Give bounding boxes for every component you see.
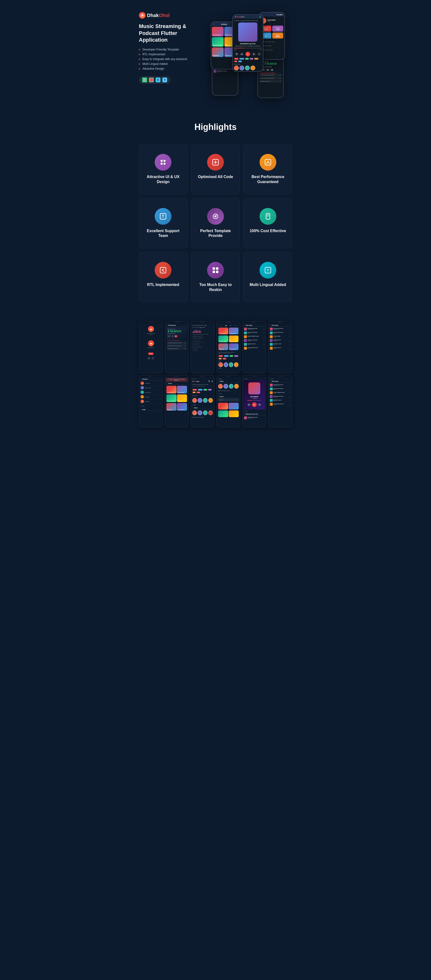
- ac-prev[interactable]: ⏮: [247, 403, 251, 406]
- sa-artist-2[interactable]: [229, 403, 239, 409]
- ss-album-4[interactable]: [234, 362, 238, 367]
- ts2-more-2[interactable]: ⋮: [289, 388, 291, 390]
- ss9-album-2[interactable]: [198, 398, 202, 403]
- ss6-more-6[interactable]: ⋮: [289, 347, 291, 349]
- ss6-row-6[interactable]: Look out for the...Faction ⋮: [270, 346, 291, 350]
- add-icon[interactable]: +: [230, 325, 231, 327]
- artist-card-1[interactable]: Live from paris: [212, 27, 223, 37]
- prev-btn[interactable]: ⏮: [240, 52, 244, 56]
- ss9-tag1[interactable]: Bangla: [193, 389, 197, 391]
- artist-mini-3[interactable]: Specimen book: [219, 336, 228, 342]
- ts-more-3[interactable]: ⋮: [263, 336, 265, 337]
- ss6-row-2[interactable]: look out for the latestFaction ⋮: [270, 331, 291, 335]
- sa-artist-1[interactable]: [218, 403, 228, 409]
- ss9-album2-2[interactable]: [198, 410, 202, 415]
- tag-indian[interactable]: Indian: [254, 58, 259, 60]
- ss-album-1[interactable]: [219, 362, 223, 367]
- ts2-row-5[interactable]: Accident, someti...Section ⋮: [270, 398, 291, 402]
- ss9-album2-4[interactable]: [208, 410, 213, 415]
- sa-song-1[interactable]: Hollywood music hasHampton-Sydney: [244, 416, 265, 420]
- ts-more-6[interactable]: ⋮: [263, 347, 265, 349]
- ts2-row-2[interactable]: look out for the latestBetween ⋮: [270, 387, 291, 391]
- repeat-btn[interactable]: ↺: [257, 52, 261, 56]
- ss9-album2-1[interactable]: [192, 410, 197, 415]
- artist-mini-6[interactable]: Consequences: [229, 344, 239, 350]
- tag2-bangla[interactable]: Bangla: [219, 355, 223, 357]
- ss6-row-3[interactable]: These hit Engl...Between ⋮: [270, 335, 291, 339]
- ts2-more-6[interactable]: ⋮: [289, 404, 291, 405]
- album-circle-1[interactable]: [234, 65, 239, 70]
- heart-icon[interactable]: ♡: [220, 325, 222, 327]
- album-circle-2[interactable]: [239, 65, 244, 70]
- sa-circle-2[interactable]: [223, 384, 228, 389]
- tag-english[interactable]: English: [239, 58, 244, 60]
- ss6-row-1[interactable]: Hollywood music hasHampton-Sydney ⋮: [270, 327, 291, 331]
- ss-faq-3[interactable]: Praising pain was born ?▼: [167, 347, 187, 350]
- ss9-tag3[interactable]: Hindi: [204, 389, 207, 391]
- ss-faq-2[interactable]: Various versions have evolved ?▼: [167, 344, 187, 347]
- ss-icon-more[interactable]: ⋯: [151, 357, 154, 360]
- ts-row-5[interactable]: Accident, someti...Section ⋮: [244, 342, 265, 346]
- sa-search[interactable]: Search: [218, 398, 239, 401]
- ss8-artist-1[interactable]: Live from paris: [166, 386, 176, 393]
- ss6-more-2[interactable]: ⋮: [289, 332, 291, 334]
- follower-2[interactable]: Reprehenderit: [140, 385, 162, 390]
- ss-album-3[interactable]: [229, 362, 233, 367]
- faq-item-2[interactable]: Various versions have evolved ?▼: [259, 77, 282, 80]
- ss9-tag4[interactable]: Tamil: [208, 389, 212, 391]
- ts2-row-4[interactable]: Chunks as necessaryRandomised ⋮: [270, 395, 291, 398]
- ts2-more-4[interactable]: ⋮: [289, 396, 291, 397]
- ts-row-1[interactable]: Hollywood music hasHampton-Sydney ⋮: [244, 327, 265, 331]
- faq-item-3[interactable]: Praising pain was born ?▼: [259, 80, 282, 83]
- ss9-settings[interactable]: ⚙: [211, 380, 213, 382]
- shuffle-btn[interactable]: ⇄: [235, 52, 238, 56]
- tag2-hindi[interactable]: Hindi: [230, 355, 233, 357]
- ss9-album-3[interactable]: [203, 398, 208, 403]
- ss9-album-4[interactable]: [208, 398, 213, 403]
- sa-circle-1[interactable]: [218, 384, 223, 389]
- tag-bangla[interactable]: Bangla: [234, 58, 238, 60]
- next-button[interactable]: Next: [148, 353, 153, 355]
- tag2-indian[interactable]: Indian: [234, 355, 238, 357]
- artist-mini-4[interactable]: Migration: [229, 336, 239, 342]
- play-btn[interactable]: ▶: [246, 52, 250, 56]
- ss9-album2-3[interactable]: [203, 410, 208, 415]
- ss9-search[interactable]: 🔍: [208, 380, 211, 382]
- artist-mini-1[interactable]: Live from paris: [219, 328, 228, 334]
- album-circle-3[interactable]: [245, 65, 250, 70]
- artist-card-3[interactable]: Specimen book: [212, 37, 223, 47]
- ts-more-4[interactable]: ⋮: [263, 340, 265, 341]
- ts2-row-6[interactable]: The standard chunk ofBetween ⋮: [270, 402, 291, 406]
- ts-row-6[interactable]: The standard chunk ofBetween ⋮: [244, 346, 265, 350]
- tag-song[interactable]: Song: [238, 60, 242, 62]
- ss8-artist-6[interactable]: Consequences: [177, 403, 187, 410]
- follower-3[interactable]: Consequuntur: [140, 390, 162, 395]
- album-circle-4[interactable]: [251, 65, 255, 70]
- ts-row-2[interactable]: look out for the latestBetween ⋮: [244, 331, 265, 335]
- ss9-tag5[interactable]: Pop: [193, 391, 196, 393]
- follower-4[interactable]: Exercitatio: [140, 395, 162, 399]
- ss9-tag2[interactable]: English: [198, 389, 202, 391]
- ss6-row-4[interactable]: Chunks as nece...Randomised ⋮: [270, 339, 291, 342]
- sa-artist-3[interactable]: [218, 410, 228, 417]
- sa-circle-4[interactable]: [234, 384, 239, 389]
- tag-tamil[interactable]: Tamil: [250, 58, 253, 60]
- ss6-row-5[interactable]: Accident, someti...Section ⋮: [270, 342, 291, 346]
- ac-next[interactable]: ⏭: [258, 403, 261, 406]
- ss-faq-1[interactable]: Their infancy. Various versions ?▼: [167, 342, 187, 344]
- ts-more-2[interactable]: ⋮: [263, 332, 265, 334]
- ts2-more-1[interactable]: ⋮: [289, 384, 291, 386]
- ac-play[interactable]: ▶: [252, 402, 257, 407]
- ss-album-2[interactable]: [223, 362, 228, 367]
- next-btn[interactable]: ⏭: [252, 52, 255, 56]
- tag-pop[interactable]: Pop: [234, 60, 237, 62]
- ts2-row-3[interactable]: These hit English songsThe flux ⋮: [270, 391, 291, 395]
- tag2-english[interactable]: English: [224, 355, 228, 357]
- ts2-more-3[interactable]: ⋮: [289, 392, 291, 393]
- follower-1[interactable]: H. Rackham: [140, 381, 162, 385]
- ts2-more-5[interactable]: ⋮: [289, 400, 291, 401]
- ss6-more-5[interactable]: ⋮: [289, 344, 291, 345]
- tag-hindi[interactable]: Hindi: [245, 58, 249, 60]
- ss6-more-1[interactable]: ⋮: [289, 328, 291, 330]
- ss8-artist-2[interactable]: Embarrassing: [177, 386, 187, 393]
